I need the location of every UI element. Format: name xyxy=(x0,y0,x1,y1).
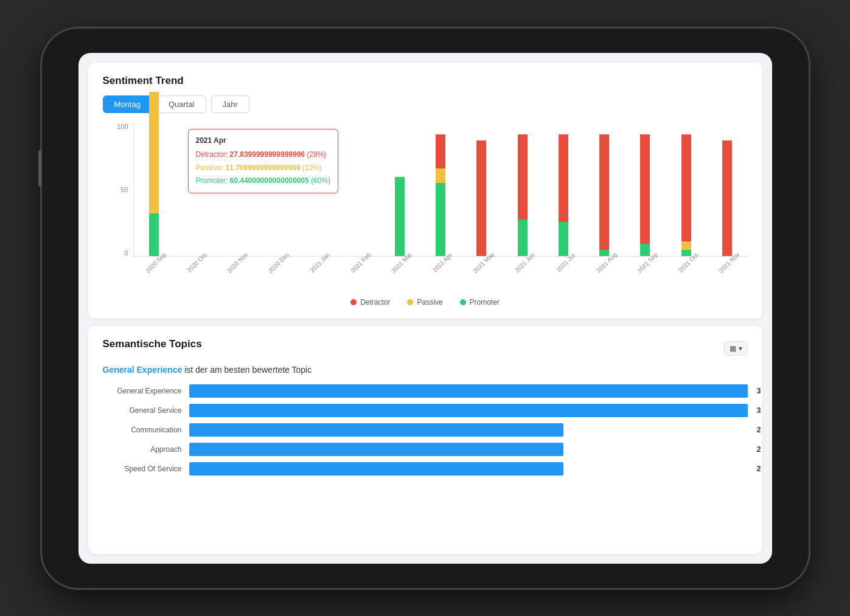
legend-dot-detractor xyxy=(350,299,357,305)
legend-promoter: Promoter xyxy=(460,298,500,306)
bar-detractor xyxy=(640,134,650,244)
legend-label-promoter: Promoter xyxy=(470,298,500,306)
bar-stack[interactable] xyxy=(436,134,445,256)
y-axis: 100 50 0 xyxy=(103,123,133,257)
y-label-50: 50 xyxy=(120,186,128,193)
tooltip-promoter: Promoter: 60.44000000000000005 (60%) xyxy=(196,175,331,188)
bar-group xyxy=(502,123,543,256)
x-labels: 2020 Sep2020 Oct2020 Nov2020 Dec2021 Jan… xyxy=(133,257,748,293)
h-bar-fill xyxy=(189,384,748,398)
tooltip-passive-label: Passive: xyxy=(196,164,223,172)
bar-promoter xyxy=(681,250,691,256)
topics-subtitle-rest: ist der am besten bewertete Topic xyxy=(182,365,312,375)
h-bar-label: General Service xyxy=(103,406,182,415)
bar-stack[interactable] xyxy=(149,92,159,256)
bar-detractor xyxy=(681,134,691,241)
tooltip-detractor-pct: (28%) xyxy=(307,150,326,159)
y-label-100: 100 xyxy=(117,123,128,130)
bar-stack[interactable] xyxy=(722,140,732,256)
bar-detractor xyxy=(722,140,732,256)
bar-detractor xyxy=(476,140,486,256)
tooltip-passive-pct: (12%) xyxy=(302,164,322,172)
h-bar-fill xyxy=(189,462,563,476)
tab-jahr[interactable]: Jahr xyxy=(211,95,249,113)
bar-stack[interactable] xyxy=(476,140,486,256)
x-label-item: 2021 Jul xyxy=(543,257,584,293)
semantische-topics-card: Semantische Topics ▦ ▾ General Experienc… xyxy=(88,326,762,554)
tab-montag[interactable]: Montag xyxy=(103,95,152,113)
bar-detractor xyxy=(436,134,445,168)
bar-promoter xyxy=(559,222,568,256)
bar-detractor xyxy=(559,134,568,222)
h-bar-label: Approach xyxy=(103,445,182,454)
sentiment-tab-row: Montag Quartal Jahr xyxy=(103,95,748,113)
h-bar-row: Speed Of Service2 xyxy=(103,462,748,476)
bar-stack[interactable] xyxy=(559,134,568,256)
topics-subtitle: General Experience ist der am besten bew… xyxy=(103,365,748,375)
sentiment-chart-area: 100 50 0 2021 Apr Detractor: 27.83999999… xyxy=(103,123,748,293)
h-bar-fill xyxy=(189,423,563,437)
bar-group xyxy=(338,123,379,256)
tooltip-passive-value: 11.7099999999999999 xyxy=(225,164,300,172)
h-bar-fill xyxy=(189,443,563,456)
h-bar-label: Speed Of Service xyxy=(103,465,182,473)
h-bar-track: 2 xyxy=(189,443,748,456)
legend-dot-passive xyxy=(407,299,413,305)
tablet-screen: Sentiment Trend Montag Quartal Jahr 100 … xyxy=(78,53,772,564)
h-bar-value: 2 xyxy=(757,465,761,473)
h-bar-track: 3 xyxy=(189,384,748,398)
h-bar-fill xyxy=(189,404,748,417)
x-label-item: 2020 Sep xyxy=(133,257,174,293)
bar-passive xyxy=(149,92,159,213)
h-bar-label: General Experience xyxy=(103,387,182,395)
bar-group xyxy=(379,123,420,256)
bar-passive xyxy=(436,168,445,183)
bar-stack[interactable] xyxy=(681,134,691,256)
bar-promoter xyxy=(395,177,405,256)
bar-group xyxy=(584,123,624,256)
h-bar-row: General Experience3 xyxy=(103,384,748,398)
bar-detractor xyxy=(599,134,609,250)
tooltip-promoter-value: 60.44000000000000005 xyxy=(230,176,309,185)
x-label-item: 2021 Oct xyxy=(666,257,706,293)
bar-promoter xyxy=(640,244,650,256)
sentiment-trend-title: Sentiment Trend xyxy=(103,75,748,87)
bar-group xyxy=(666,123,706,256)
bar-promoter xyxy=(149,213,159,256)
h-bar-value: 3 xyxy=(757,387,761,395)
bar-stack[interactable] xyxy=(518,134,528,256)
h-bar-track: 2 xyxy=(189,462,748,476)
bar-group xyxy=(543,123,584,256)
h-bar-value: 3 xyxy=(757,406,761,415)
h-bar-value: 2 xyxy=(757,426,761,434)
legend-passive: Passive xyxy=(407,298,442,306)
legend-detractor: Detractor xyxy=(350,298,390,306)
bar-passive xyxy=(681,241,691,250)
x-label-item: 2020 Oct xyxy=(174,257,215,293)
tooltip-detractor-label: Detractor: xyxy=(196,150,228,159)
x-label-item: 2021 Jun xyxy=(501,257,542,293)
semantische-topics-title: Semantische Topics xyxy=(103,338,202,350)
bar-stack[interactable] xyxy=(640,134,650,256)
chart-legend: Detractor Passive Promoter xyxy=(103,298,748,306)
bar-group xyxy=(134,123,175,256)
h-bar-row: Communication2 xyxy=(103,423,748,437)
tooltip-passive: Passive: 11.7099999999999999 (12%) xyxy=(196,162,331,175)
legend-dot-promoter xyxy=(460,299,466,305)
topics-header: Semantische Topics ▦ ▾ xyxy=(103,338,748,359)
legend-label-detractor: Detractor xyxy=(360,298,390,306)
h-bar-track: 2 xyxy=(189,423,748,437)
x-label-item: 2020 Dec xyxy=(256,257,296,293)
dropdown-icon: ▾ xyxy=(739,344,742,353)
bar-promoter xyxy=(518,220,528,256)
bar-stack[interactable] xyxy=(395,177,405,256)
y-label-0: 0 xyxy=(124,249,128,257)
x-label-item: 2020 Nov xyxy=(215,257,256,293)
x-label-item: 2021 Nov xyxy=(706,257,747,293)
tab-quartal[interactable]: Quartal xyxy=(157,95,206,113)
tooltip-date: 2021 Apr xyxy=(196,134,331,148)
sentiment-trend-card: Sentiment Trend Montag Quartal Jahr 100 … xyxy=(88,63,762,319)
chart-type-button[interactable]: ▦ ▾ xyxy=(724,341,748,356)
tooltip-promoter-pct: (60%) xyxy=(311,176,330,185)
bar-stack[interactable] xyxy=(599,134,609,256)
